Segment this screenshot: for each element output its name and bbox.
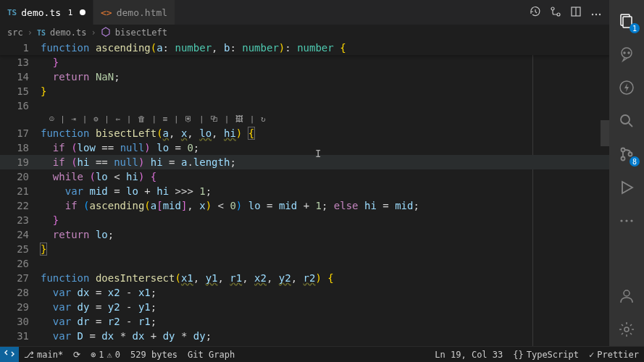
split-editor-icon[interactable] <box>570 6 582 20</box>
filesize-indicator[interactable]: 529 bytes <box>125 347 183 362</box>
code-line[interactable]: } <box>41 213 609 227</box>
tab-demo-ts[interactable]: TS demo.ts 1 <box>0 0 93 25</box>
language-mode[interactable]: {} TypeScript <box>508 347 584 362</box>
svg-point-13 <box>630 219 632 222</box>
svg-point-2 <box>622 48 632 58</box>
breadcrumbs[interactable]: src › TS demo.ts › bisectLeft <box>0 25 609 41</box>
html-icon: <> <box>101 7 112 18</box>
line-number: 23 <box>0 213 41 227</box>
line-number: 19 <box>0 155 41 169</box>
svg-point-22 <box>599 13 601 14</box>
breadcrumb-folder[interactable]: src <box>7 28 23 38</box>
code-line[interactable]: } <box>41 84 609 98</box>
formatter-indicator[interactable]: ✓ Prettier <box>584 347 644 362</box>
activity-more[interactable] <box>609 204 644 237</box>
minimap-slider[interactable] <box>601 120 609 146</box>
sticky-scroll[interactable]: 1 function ascending(a: number, b: numbe… <box>0 41 609 55</box>
svg-point-4 <box>628 52 630 54</box>
filesize-value: 529 bytes <box>130 350 177 360</box>
activity-chat[interactable] <box>609 38 644 71</box>
line-number: 25 <box>0 242 41 256</box>
tab-dirty-indicator <box>80 9 85 15</box>
breadcrumb-file[interactable]: demo.ts <box>50 28 87 38</box>
tab-problems-badge: 1 <box>65 7 75 17</box>
formatter-label: Prettier <box>597 350 639 360</box>
code-line[interactable]: var D = dx * dx + dy * dy; <box>41 329 609 343</box>
language-label: TypeScript <box>527 350 579 360</box>
code-line[interactable]: while (lo < hi) { <box>41 169 609 184</box>
svg-point-14 <box>624 290 630 296</box>
branch-indicator[interactable]: ⎇ main* <box>19 347 68 362</box>
svg-point-20 <box>592 13 593 14</box>
code-line[interactable]: var dy = y2 - y1; <box>41 300 609 314</box>
line-number: 22 <box>0 198 41 213</box>
activity-run-debug[interactable] <box>609 171 644 204</box>
status-bar: ⎇ main* ⟳ ⊗ 1 ⚠ 0 529 bytes Git Graph Ln… <box>0 346 644 362</box>
breadcrumb-symbol[interactable]: bisectLeft <box>115 28 167 38</box>
tab-actions <box>530 0 609 25</box>
warning-icon: ⚠ <box>107 350 112 360</box>
braces-icon: {} <box>513 350 523 360</box>
line-number: 17 <box>0 126 41 140</box>
activity-account[interactable] <box>609 279 644 313</box>
svg-point-3 <box>624 52 625 54</box>
svg-point-9 <box>622 157 625 161</box>
code-lines[interactable]: 13 } 14 return NaN; 15} 16 ☺ | ⇥ | ⚙ | ⇐… <box>0 55 609 346</box>
compare-icon[interactable] <box>550 6 561 20</box>
code-line[interactable]: var mid = lo + hi >>> 1; <box>41 184 609 198</box>
sticky-line-content: function ascending(a: number, b: number)… <box>41 41 609 55</box>
line-number: 20 <box>0 169 41 184</box>
code-line[interactable]: return NaN; <box>41 70 609 84</box>
line-number: 15 <box>0 84 41 98</box>
code-line[interactable]: var dr = r2 - r1; <box>41 314 609 329</box>
code-line[interactable]: } <box>41 55 609 70</box>
activity-search[interactable] <box>609 104 644 138</box>
sync-button[interactable]: ⟳ <box>68 347 85 362</box>
tab-demo-html[interactable]: <> demo.html <box>93 0 175 25</box>
line-number: 1 <box>0 41 41 55</box>
warning-count: 0 <box>115 350 120 360</box>
error-count: 1 <box>99 350 104 360</box>
code-line[interactable]: function bisectLeft(a, x, lo, hi) { <box>41 126 609 140</box>
svg-point-16 <box>551 7 554 10</box>
line-number: 26 <box>0 256 41 271</box>
gitgraph-button[interactable]: Git Graph <box>183 347 240 362</box>
check-icon: ✓ <box>589 350 594 360</box>
more-icon[interactable] <box>590 7 602 18</box>
cursor-position[interactable]: Ln 19, Col 33 <box>430 347 508 362</box>
branch-name: main* <box>37 350 63 360</box>
code-line[interactable]: function doesIntersect(x1, y1, r1, x2, y… <box>41 271 609 285</box>
svg-line-7 <box>629 123 632 127</box>
activity-explorer[interactable]: 1 <box>609 4 644 38</box>
remote-indicator[interactable] <box>0 347 19 362</box>
code-line[interactable]: if (low == null) lo = 0; <box>41 140 609 155</box>
code-line[interactable]: } <box>41 242 609 256</box>
method-icon <box>101 27 111 39</box>
codelens-row[interactable]: ☺ | ⇥ | ⚙ | ⇐ | 🗑 | ≡ | ⛨ | ⧉ | 🖽 | ↻ <box>0 113 609 126</box>
code-line[interactable]: if (hi == null) hi = a.length; <box>41 155 609 169</box>
problems-indicator[interactable]: ⊗ 1 ⚠ 0 <box>85 347 125 362</box>
svg-point-15 <box>624 327 629 332</box>
tab-bar: TS demo.ts 1 <> demo.html <box>0 0 609 25</box>
typescript-icon: TS <box>7 8 17 17</box>
gitgraph-label: Git Graph <box>188 350 235 360</box>
activity-bar: 1 8 <box>609 0 644 346</box>
sync-icon: ⟳ <box>73 350 80 360</box>
text-cursor-icon: I <box>315 146 321 161</box>
line-number: 21 <box>0 184 41 198</box>
remote-icon <box>4 348 14 361</box>
activity-zap[interactable] <box>609 71 644 104</box>
activity-settings[interactable] <box>609 313 644 346</box>
code-line[interactable]: if (ascending(a[mid], x) < 0) lo = mid +… <box>41 198 609 213</box>
svg-point-12 <box>625 219 627 222</box>
tab-label: demo.ts <box>21 7 61 18</box>
code-editor[interactable]: 1 function ascending(a: number, b: numbe… <box>0 41 609 346</box>
code-line[interactable]: var dx = x2 - x1; <box>41 285 609 300</box>
minimap[interactable] <box>601 41 609 346</box>
activity-source-control[interactable]: 8 <box>609 138 644 171</box>
codelens-actions[interactable]: ☺ | ⇥ | ⚙ | ⇐ | 🗑 | ≡ | ⛨ | ⧉ | 🖽 | ↻ <box>49 112 267 127</box>
history-icon[interactable] <box>530 6 541 20</box>
line-number: 16 <box>0 98 41 113</box>
code-line[interactable]: return lo; <box>41 227 609 242</box>
line-number: 24 <box>0 227 41 242</box>
